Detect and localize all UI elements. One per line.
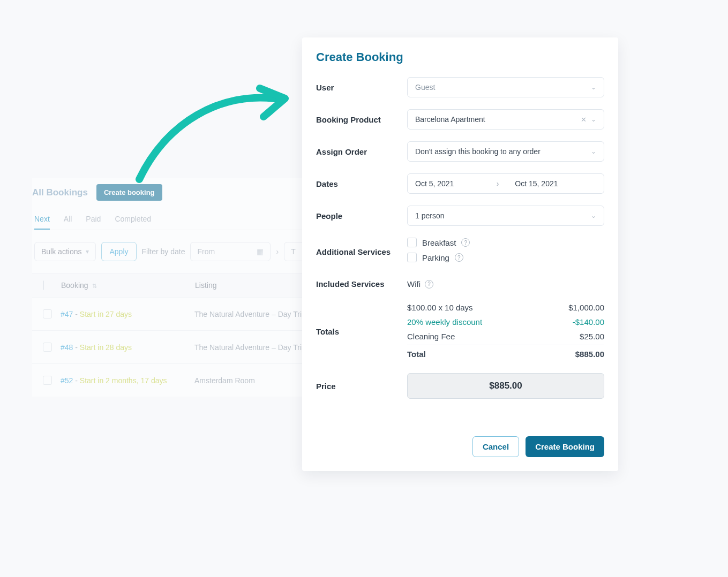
cancel-button[interactable]: Cancel [472,436,519,457]
date-to-value: Oct 15, 2021 [499,179,596,188]
range-arrow-icon: › [276,247,279,256]
chevron-down-icon: ▾ [86,248,89,255]
filter-label: Filter by date [142,247,185,256]
to-placeholder: T [291,247,296,256]
help-icon[interactable]: ? [455,253,463,262]
bulk-actions-label: Bulk actions [41,247,81,256]
label-assign-order: Assign Order [316,147,407,156]
tab-next[interactable]: Next [34,215,50,230]
apply-button[interactable]: Apply [101,242,136,261]
chevron-down-icon: ⌄ [591,83,596,91]
row-price: Price $885.00 [316,373,604,399]
select-all-cell [43,281,61,290]
people-select[interactable]: 1 person ⌄ [407,206,604,226]
label-totals: Totals [316,300,407,336]
row-checkbox[interactable] [43,309,52,318]
user-select[interactable]: Guest ⌄ [407,77,604,97]
product-value: Barcelona Apartment [415,115,485,124]
booking-product-select[interactable]: Barcelona Apartment ✕ ⌄ [407,109,604,130]
tab-paid[interactable]: Paid [86,215,101,230]
totals-line-item: $100.00 x 10 days $1,000.00 [407,300,604,315]
tab-completed[interactable]: Completed [115,215,151,230]
label-additional-services: Additional Services [316,238,407,256]
modal-title: Create Booking [316,50,604,64]
sort-icon: ⇅ [92,283,97,289]
column-booking[interactable]: Booking ⇅ [61,281,195,290]
create-booking-modal: Create Booking User Guest ⌄ Booking Prod… [302,37,618,471]
help-icon[interactable]: ? [461,238,470,247]
checkbox-breakfast[interactable] [407,238,417,247]
calendar-icon: ▦ [257,247,264,256]
create-booking-submit-button[interactable]: Create Booking [526,436,604,457]
date-range-picker[interactable]: Oct 5, 2021 › Oct 15, 2021 [407,173,604,194]
row-dates: Dates Oct 5, 2021 › Oct 15, 2021 [316,173,604,194]
price-field[interactable]: $885.00 [407,373,604,399]
service-breakfast[interactable]: Breakfast ? [407,238,604,247]
row-booking: #47 - Start in 27 days [61,310,194,318]
row-assign-order: Assign Order Don't assign this booking t… [316,141,604,162]
clear-icon[interactable]: ✕ [581,116,587,124]
chevron-down-icon: ⌄ [591,116,596,123]
totals-fee: Cleaning Fee $25.00 [407,329,604,344]
people-value: 1 person [415,211,444,220]
chevron-down-icon: ⌄ [591,148,596,155]
booking-id-link[interactable]: #47 [61,310,73,318]
totals-discount: 20% weekly discount -$140.00 [407,315,604,329]
totals-total: Total $885.00 [407,345,604,361]
row-booking: #48 - Start in 28 days [61,343,194,352]
filter-from-input[interactable]: From ▦ [190,242,271,261]
row-checkbox[interactable] [43,343,52,352]
service-parking[interactable]: Parking ? [407,253,604,262]
date-from-value: Oct 5, 2021 [415,179,497,188]
row-product: Booking Product Barcelona Apartment ✕ ⌄ [316,109,604,130]
row-included-services: Included Services Wifi ? [316,279,604,288]
user-value: Guest [415,83,435,92]
row-user: User Guest ⌄ [316,77,604,97]
tab-all[interactable]: All [64,215,72,230]
booking-eta: Start in 28 days [80,343,132,352]
label-included-services: Included Services [316,279,407,288]
help-icon[interactable]: ? [425,280,433,288]
row-booking: #52 - Start in 2 months, 17 days [61,376,194,385]
booking-id-link[interactable]: #48 [61,343,73,352]
booking-eta: Start in 2 months, 17 days [80,376,167,385]
booking-id-link[interactable]: #52 [61,376,73,385]
totals-block: $100.00 x 10 days $1,000.00 20% weekly d… [407,300,604,361]
assign-order-select[interactable]: Don't assign this booking to any order ⌄ [407,141,604,162]
label-price: Price [316,382,407,391]
service-label: Breakfast [422,238,456,247]
bulk-actions-select[interactable]: Bulk actions ▾ [34,242,96,261]
row-totals: Totals $100.00 x 10 days $1,000.00 20% w… [316,300,604,361]
included-label: Wifi [407,279,421,288]
included-wifi: Wifi ? [407,279,604,288]
row-additional-services: Additional Services Breakfast ? Parking … [316,238,604,268]
service-label: Parking [422,253,449,262]
chevron-down-icon: ⌄ [591,212,596,219]
label-product: Booking Product [316,115,407,124]
select-all-checkbox[interactable] [43,280,44,290]
label-people: People [316,211,407,221]
modal-footer: Cancel Create Booking [316,436,604,457]
checkbox-parking[interactable] [407,253,417,262]
assign-order-value: Don't assign this booking to any order [415,147,541,156]
booking-eta: Start in 27 days [80,310,132,318]
label-user: User [316,83,407,92]
create-booking-button[interactable]: Create booking [96,184,162,201]
label-dates: Dates [316,179,407,188]
from-placeholder: From [197,247,215,256]
all-bookings-title: All Bookings [32,187,88,198]
row-checkbox[interactable] [43,376,52,385]
row-people: People 1 person ⌄ [316,206,604,226]
